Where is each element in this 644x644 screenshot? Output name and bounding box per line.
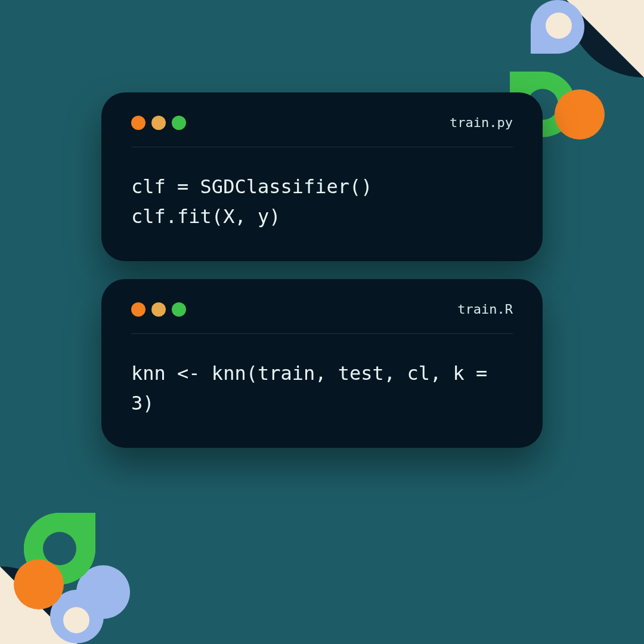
svg-point-8 [14,559,64,609]
divider [131,333,513,334]
svg-point-3 [63,607,89,633]
maximize-icon [172,116,186,130]
minimize-icon [151,302,166,317]
filename-label: train.py [450,115,513,130]
decoration-bottom-left [0,477,167,644]
minimize-icon [151,116,166,130]
card-header: train.R [131,302,513,317]
code-card-python: train.py clf = SGDClassifier() clf.fit(X… [101,92,543,261]
code-content: knn <- knn(train, test, cl, k = 3) [131,359,513,418]
svg-point-7 [43,532,76,565]
filename-label: train.R [457,302,513,317]
close-icon [131,116,145,130]
svg-point-0 [546,13,572,39]
maximize-icon [172,302,186,317]
code-card-r: train.R knn <- knn(train, test, cl, k = … [101,279,543,448]
close-icon [131,302,145,317]
window-controls [131,302,186,317]
divider [131,147,513,147]
card-header: train.py [131,115,513,130]
window-controls [131,116,186,130]
code-cards-container: train.py clf = SGDClassifier() clf.fit(X… [101,92,543,448]
svg-point-2 [555,89,605,140]
code-content: clf = SGDClassifier() clf.fit(X, y) [131,172,513,231]
